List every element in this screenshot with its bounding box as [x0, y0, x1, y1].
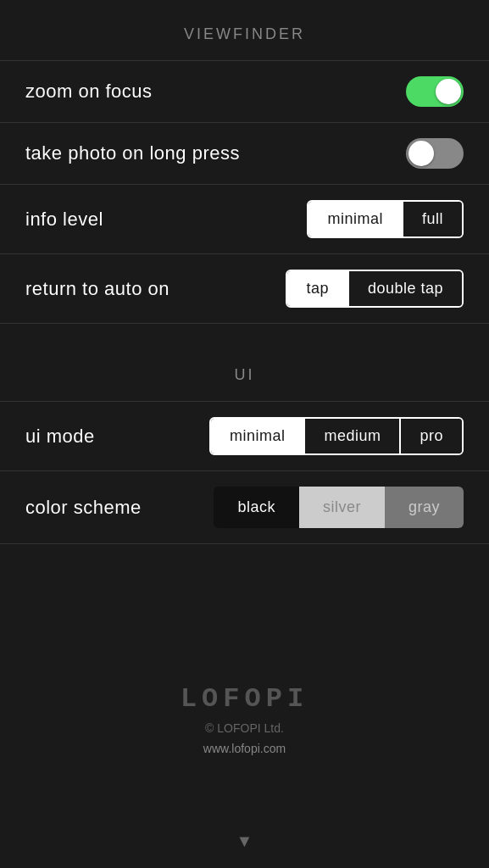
take-photo-long-press-label: take photo on long press	[25, 142, 240, 164]
website: www.lofopi.com	[203, 742, 286, 755]
ui-mode-control: minimal medium pro	[209, 417, 464, 455]
info-level-row: info level minimal full	[0, 184, 489, 253]
ui-mode-pro-btn[interactable]: pro	[399, 419, 462, 453]
take-photo-long-press-thumb	[408, 141, 434, 166]
color-scheme-silver-btn[interactable]: silver	[299, 487, 385, 528]
take-photo-long-press-track	[406, 138, 464, 169]
info-level-minimal-btn[interactable]: minimal	[308, 202, 402, 236]
ui-mode-medium-btn[interactable]: medium	[303, 419, 399, 453]
ui-section: UI ui mode minimal medium pro color sche…	[0, 341, 489, 544]
color-scheme-black-btn[interactable]: black	[214, 487, 299, 528]
return-to-auto-tap-btn[interactable]: tap	[287, 271, 347, 306]
info-level-label: info level	[25, 209, 103, 231]
info-level-control: minimal full	[307, 200, 464, 238]
zoom-on-focus-thumb	[436, 79, 461, 104]
return-to-auto-control: tap double tap	[286, 270, 464, 308]
down-arrow-icon[interactable]: ▼	[236, 832, 253, 851]
return-to-auto-double-tap-btn[interactable]: double tap	[347, 271, 462, 306]
color-scheme-row: color scheme black silver gray	[0, 470, 489, 544]
viewfinder-section: zoom on focus take photo on long press i…	[0, 60, 489, 324]
footer: LOFOPI © LOFOPI Ltd. www.lofopi.com	[181, 632, 308, 781]
zoom-on-focus-row: zoom on focus	[0, 60, 489, 122]
ui-mode-minimal-btn[interactable]: minimal	[211, 419, 304, 453]
take-photo-long-press-row: take photo on long press	[0, 122, 489, 184]
zoom-on-focus-toggle[interactable]	[406, 76, 464, 107]
ui-settings: ui mode minimal medium pro color scheme …	[0, 401, 489, 544]
take-photo-long-press-toggle[interactable]	[406, 138, 464, 169]
zoom-on-focus-label: zoom on focus	[25, 81, 153, 103]
ui-mode-row: ui mode minimal medium pro	[0, 401, 489, 470]
color-scheme-gray-btn[interactable]: gray	[385, 487, 464, 528]
color-scheme-label: color scheme	[25, 497, 142, 519]
section-title-ui: UI	[0, 366, 489, 384]
return-to-auto-label: return to auto on	[25, 278, 169, 300]
copyright: © LOFOPI Ltd.	[205, 721, 284, 735]
zoom-on-focus-track	[406, 76, 464, 107]
info-level-full-btn[interactable]: full	[402, 202, 462, 236]
section-title-viewfinder: VIEWFINDER	[0, 25, 489, 43]
return-to-auto-row: return to auto on tap double tap	[0, 253, 489, 324]
logo: LOFOPI	[181, 683, 308, 715]
color-scheme-control: black silver gray	[214, 487, 464, 528]
ui-mode-label: ui mode	[25, 426, 95, 448]
